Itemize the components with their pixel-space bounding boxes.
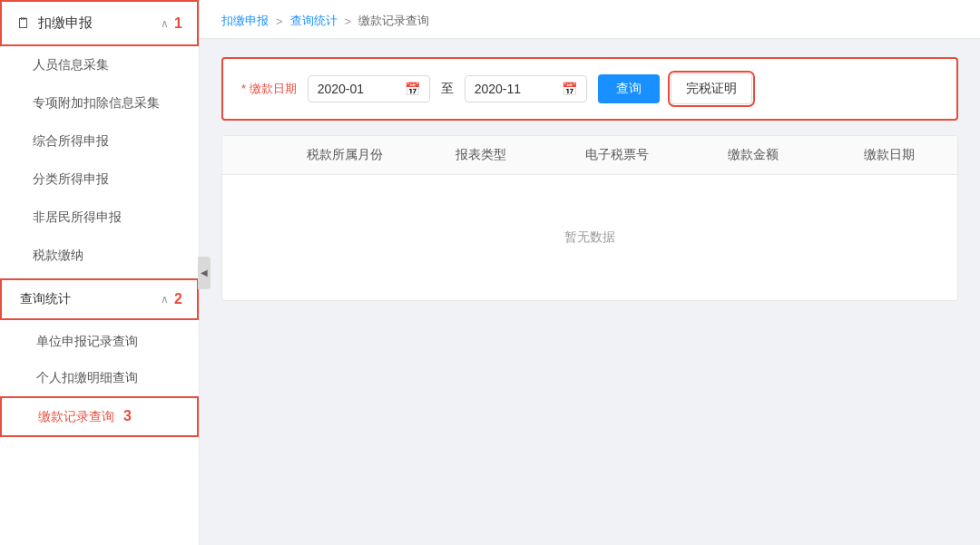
sidebar-item-tax-payment[interactable]: 税款缴纳 [0,237,199,275]
breadcrumb-sep-1: > [276,15,283,28]
sidebar-item-classified[interactable]: 分类所得申报 [0,161,199,199]
main-content: 扣缴申报 > 查询统计 > 缴款记录查询 * 缴款日期 📅 至 📅 查询 完税证… [200,0,980,545]
data-table: 税款所属月份 报表类型 电子税票号 缴款金额 缴款日期 暂无数据 [221,135,958,301]
table-col-ticket: 电子税票号 [549,136,685,174]
sidebar-section-query-label: 查询统计 [20,291,161,307]
sidebar-sub-personal-query[interactable]: 个人扣缴明细查询 [0,360,199,396]
table-col-amount: 缴款金额 [685,136,821,174]
main-collapse-icon: ∧ [161,17,169,30]
cert-button[interactable]: 完税证明 [671,73,752,104]
breadcrumb-item-1[interactable]: 扣缴申报 [221,13,269,29]
table-col-0 [222,136,277,174]
date-from-input[interactable]: 📅 [308,75,430,102]
sidebar-sub-payment-query[interactable]: 缴款记录查询 3 [0,396,199,437]
table-empty-state: 暂无数据 [222,175,957,300]
table-col-date: 缴款日期 [821,136,957,174]
table-header: 税款所属月份 报表类型 电子税票号 缴款金额 缴款日期 [222,136,957,175]
filter-to-label: 至 [441,81,454,97]
sidebar-item-nonresident[interactable]: 非居民所得申报 [0,199,199,237]
breadcrumb-item-2[interactable]: 查询统计 [290,13,338,29]
query-button[interactable]: 查询 [598,74,660,103]
breadcrumb: 扣缴申报 > 查询统计 > 缴款记录查询 [200,0,980,39]
sidebar-main-title: 扣缴申报 [38,15,161,32]
sidebar-collapse-button[interactable]: ◀ [198,257,211,289]
calendar-to-icon: 📅 [562,82,577,96]
sidebar-main-header[interactable]: 🗒 扣缴申报 ∧ 1 [0,0,199,46]
breadcrumb-sep-2: > [345,15,352,28]
section-collapse-icon: ∧ [161,293,169,306]
filter-bar: * 缴款日期 📅 至 📅 查询 完税证明 [221,57,958,121]
sidebar-section-query[interactable]: 查询统计 ∧ 2 [0,278,199,320]
table-col-month: 税款所属月份 [277,136,413,174]
table-col-type: 报表类型 [413,136,549,174]
calendar-from-icon: 📅 [405,82,420,96]
collapse-arrow-icon: ◀ [201,268,208,277]
date-from-field[interactable] [318,82,399,96]
sidebar: 🗒 扣缴申报 ∧ 1 人员信息采集 专项附加扣除信息采集 综合所得申报 分类所得… [0,0,200,545]
document-icon: 🗒 [16,15,31,32]
content-area: * 缴款日期 📅 至 📅 查询 完税证明 税款所属月份 报表类型 电子税票号 缴… [200,39,980,545]
date-to-input[interactable]: 📅 [465,75,587,102]
date-to-field[interactable] [475,82,556,96]
breadcrumb-item-3: 缴款记录查询 [358,13,429,29]
sidebar-item-comprehensive[interactable]: 综合所得申报 [0,122,199,161]
sidebar-item-special[interactable]: 专项附加扣除信息采集 [0,84,199,122]
sidebar-sub-unit-query[interactable]: 单位申报记录查询 [0,324,199,360]
filter-date-label: * 缴款日期 [241,81,297,97]
sidebar-item-personnel[interactable]: 人员信息采集 [0,46,199,84]
